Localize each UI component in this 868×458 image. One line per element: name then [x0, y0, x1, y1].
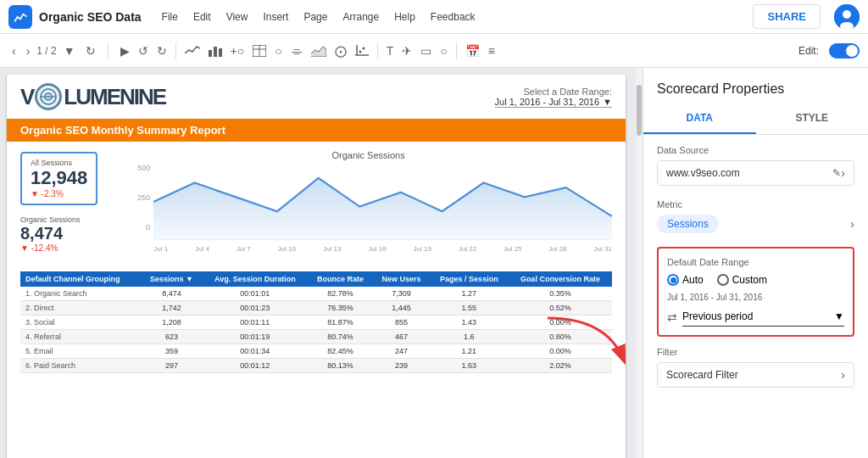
right-panel: Scorecard Properties DATA STYLE Data Sou… — [643, 68, 868, 458]
menu-help[interactable]: Help — [387, 8, 422, 26]
avatar — [834, 4, 860, 30]
table-button[interactable] — [249, 42, 270, 60]
logo-text-vol: V — [20, 84, 33, 110]
next-page-button[interactable]: › — [23, 41, 34, 61]
chevron-right-icon: › — [841, 166, 845, 180]
menu-page[interactable]: Page — [297, 8, 334, 26]
date-range-title: Select a Date Range: — [495, 87, 612, 97]
default-date-range-label: Default Date Range — [667, 257, 844, 267]
svg-rect-0 — [12, 8, 29, 25]
image-button[interactable]: ✈ — [398, 41, 415, 61]
filter-field[interactable]: Scorecard Filter › — [657, 362, 854, 388]
menu-file[interactable]: File — [155, 8, 185, 26]
svg-point-12 — [359, 50, 361, 53]
scrollbar-thumb[interactable] — [637, 85, 642, 136]
main-area: V LUMENINE Select a Date Range: — [0, 68, 868, 458]
top-bar: Organic SEO Data File Edit View Insert P… — [0, 0, 868, 34]
chart-area: Organic Sessions 500 250 0 — [111, 147, 626, 261]
radio-auto-circle — [667, 274, 679, 286]
share-button[interactable]: SHARE — [753, 4, 821, 29]
svg-rect-5 — [214, 47, 217, 57]
separator-3 — [377, 42, 378, 59]
line-chart-button[interactable] — [181, 42, 203, 60]
table-row: 2. Direct1,74200:01:2376.35%1,4451.550.5… — [20, 301, 612, 316]
separator-2 — [175, 42, 176, 59]
circle-button[interactable]: ○ — [437, 41, 450, 61]
area-chart-button[interactable] — [308, 42, 330, 60]
default-date-range-section: Default Date Range Auto Custom Jul 1, 20… — [657, 247, 854, 337]
undo-button[interactable]: ↺ — [135, 41, 152, 61]
toolbar-tools: ▶ ↺ ↻ +○ ○ ⌯ ⨀ T ✈ ▭ ○ 📅 ≡ — [117, 41, 498, 61]
menu-view[interactable]: View — [220, 8, 255, 26]
menu-feedback[interactable]: Feedback — [424, 8, 482, 26]
gauge-button[interactable]: ⌯ — [287, 41, 306, 61]
bar-chart-button[interactable] — [205, 42, 225, 60]
menu-bar: File Edit View Insert Page Arrange Help … — [155, 8, 482, 26]
metrics-chart-row: All Sessions 12,948 ▼ -2.3% Organic Sess… — [7, 142, 626, 266]
calendar-button[interactable]: 📅 — [462, 41, 483, 61]
col-sessions: Sessions ▼ — [141, 271, 203, 287]
comparison-select[interactable]: Previous period ▼ — [682, 307, 844, 327]
combo-chart-button[interactable]: ⨀ — [331, 41, 350, 61]
col-bounce: Bounce Rate — [308, 271, 373, 287]
data-table: Default Channel Grouping Sessions ▼ Avg.… — [20, 271, 612, 373]
logo-icon — [35, 83, 62, 110]
data-source-field[interactable]: www.v9seo.com ✎ › — [657, 160, 854, 186]
table-row: 4. Referral62300:01:1980.74%4671.60.80% — [20, 330, 612, 344]
redo-button[interactable]: ↻ — [153, 41, 170, 61]
add-chart-button[interactable]: +○ — [227, 41, 248, 61]
svg-point-2 — [843, 10, 851, 19]
table-row: 5. Email35900:01:3482.45%2471.210.00% — [20, 344, 612, 359]
date-range-selector[interactable]: Select a Date Range: Jul 1, 2016 - Jul 3… — [495, 87, 612, 108]
history-button[interactable]: ↻ — [82, 41, 99, 61]
filter-button[interactable]: ≡ — [485, 41, 498, 61]
panel-content: Data Source www.v9seo.com ✎ › Metric Ses… — [643, 135, 868, 458]
radio-auto[interactable]: Auto — [667, 274, 704, 286]
filter-label: Filter — [657, 347, 854, 357]
filter-chevron-icon: › — [841, 368, 845, 382]
radio-custom[interactable]: Custom — [717, 274, 767, 286]
date-range-radio-group: Auto Custom — [667, 274, 844, 286]
page-dropdown-button[interactable]: ▼ — [60, 41, 79, 61]
svg-rect-6 — [219, 48, 222, 57]
tab-data[interactable]: DATA — [643, 103, 756, 134]
metrics-column: All Sessions 12,948 ▼ -2.3% Organic Sess… — [7, 147, 111, 261]
text-button[interactable]: T — [383, 41, 398, 61]
tab-style[interactable]: STYLE — [756, 103, 869, 134]
comparison-icon: ⇄ — [667, 310, 677, 324]
menu-arrange[interactable]: Arrange — [336, 8, 386, 26]
edit-label: Edit: — [798, 45, 819, 57]
app-icon — [8, 5, 32, 29]
col-channel: Default Channel Grouping — [20, 271, 141, 287]
rect-button[interactable]: ▭ — [417, 41, 435, 61]
slide: V LUMENINE Select a Date Range: — [7, 75, 626, 458]
logo-area: V LUMENINE — [20, 83, 165, 110]
scatter-button[interactable] — [352, 42, 372, 60]
menu-edit[interactable]: Edit — [186, 8, 218, 26]
edit-toggle[interactable] — [829, 43, 860, 59]
date-range-value: Jul 1, 2016 - Jul 31, 2016 ▼ — [495, 97, 612, 108]
filter-value: Scorecard Filter — [666, 369, 841, 381]
toolbar: ‹ › 1 / 2 ▼ ↻ ▶ ↺ ↻ +○ ○ ⌯ ⨀ T ✈ ▭ ○ — [0, 34, 868, 68]
page-indicator: 1 / 2 — [36, 45, 56, 57]
slide-header: V LUMENINE Select a Date Range: — [7, 75, 626, 119]
report-banner: Organic SEO Monthly Summary Report — [7, 119, 626, 142]
edit-icon: ✎ — [832, 167, 841, 179]
data-source-value: www.v9seo.com — [666, 167, 829, 179]
prev-page-button[interactable]: ‹ — [8, 41, 19, 61]
metric-chip: Sessions — [657, 215, 719, 233]
menu-insert[interactable]: Insert — [256, 8, 295, 26]
all-sessions-metric: All Sessions 12,948 ▼ -2.3% — [20, 152, 97, 205]
document-title: Organic SEO Data — [39, 10, 142, 24]
separator-4 — [456, 42, 457, 59]
metric-label: Metric — [657, 199, 854, 209]
col-pages: Pages / Session — [430, 271, 509, 287]
scrollbar[interactable] — [636, 68, 643, 458]
table-row: 6. Paid Search29700:01:1280.13%2391.632.… — [20, 359, 612, 373]
select-tool[interactable]: ▶ — [117, 41, 133, 61]
globe-button[interactable]: ○ — [271, 41, 285, 61]
panel-title: Scorecard Properties — [643, 68, 868, 103]
canvas-area: V LUMENINE Select a Date Range: — [0, 68, 643, 458]
panel-tabs: DATA STYLE — [643, 103, 868, 135]
date-sub-label: Jul 1, 2016 - Jul 31, 2016 — [667, 293, 844, 302]
